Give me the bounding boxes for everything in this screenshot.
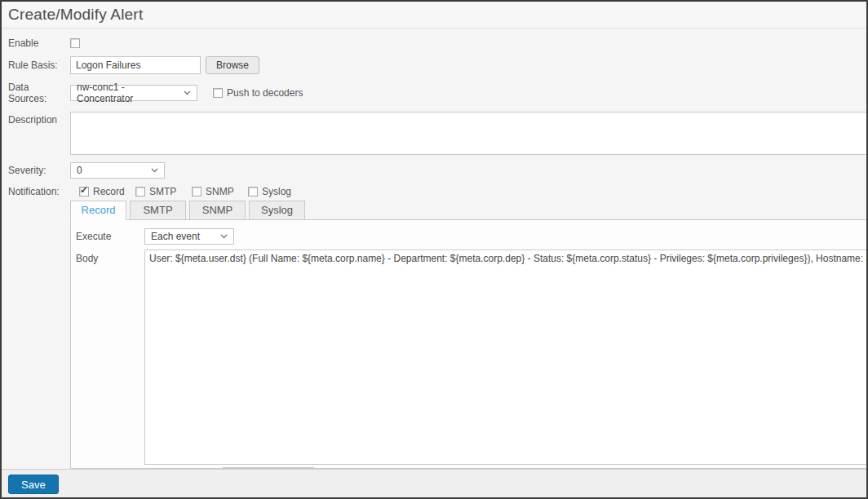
rule-basis-input[interactable] — [70, 56, 201, 74]
notification-option-snmp: ✓ SNMP — [183, 186, 239, 197]
execute-value: Each event — [151, 231, 200, 242]
execute-select[interactable]: Each event — [144, 228, 234, 245]
severity-label: Severity: — [8, 165, 70, 176]
enable-row: Enable ✓ — [8, 38, 866, 49]
notification-tabs: Record SMTP SNMP Syslog — [70, 201, 866, 219]
body-textarea[interactable]: User: ${meta.user.dst} (Full Name: ${met… — [144, 250, 866, 465]
smtp-checkbox-label: SMTP — [149, 186, 176, 197]
push-to-decoders-label: Push to decoders — [227, 87, 303, 99]
record-tab-panel: Execute Each event Body User: ${meta.use… — [70, 219, 866, 469]
enable-checkbox[interactable]: ✓ — [70, 38, 80, 48]
severity-select[interactable]: 0 — [70, 162, 165, 179]
data-sources-label: Data Sources: — [8, 82, 70, 104]
tab-snmp[interactable]: SNMP — [189, 201, 246, 220]
record-checkbox-label: Record — [93, 186, 125, 197]
tab-record[interactable]: Record — [70, 201, 126, 220]
chevron-down-icon — [220, 234, 228, 239]
severity-row: Severity: 0 — [8, 162, 866, 179]
notification-label: Notification: — [8, 186, 70, 197]
description-label: Description — [8, 112, 70, 126]
enable-label: Enable — [8, 38, 70, 49]
snmp-checkbox[interactable]: ✓ — [192, 187, 202, 197]
push-to-decoders-checkbox[interactable]: ✓ — [213, 88, 223, 98]
save-button[interactable]: Save — [8, 475, 59, 494]
notification-options: ✓ Record ✓ SMTP ✓ SNMP — [70, 186, 295, 197]
notification-option-record: ✓ Record — [70, 186, 126, 197]
description-row: Description — [8, 112, 866, 155]
severity-value: 0 — [77, 165, 82, 176]
rule-basis-row: Rule Basis: Browse — [8, 56, 866, 74]
footer: Save — [2, 469, 866, 497]
rule-basis-label: Rule Basis: — [8, 60, 70, 71]
data-sources-row: Data Sources: nw-conc1 - Concentrator ✓ … — [8, 82, 866, 104]
body-label: Body — [76, 250, 144, 264]
smtp-checkbox[interactable]: ✓ — [135, 187, 145, 197]
chevron-down-icon — [151, 168, 158, 173]
tab-smtp[interactable]: SMTP — [130, 201, 186, 220]
alert-form: Enable ✓ Rule Basis: Browse Data Sources… — [2, 29, 866, 469]
notification-option-syslog: ✓ Syslog — [239, 186, 295, 197]
notification-option-smtp: ✓ SMTP — [126, 186, 183, 197]
header: Create/Modify Alert — [2, 2, 866, 29]
syslog-checkbox-label: Syslog — [262, 186, 291, 197]
body-template-select[interactable] — [223, 467, 314, 469]
browse-button[interactable]: Browse — [206, 56, 259, 74]
data-sources-select[interactable]: nw-conc1 - Concentrator — [70, 85, 197, 101]
tab-syslog[interactable]: Syslog — [249, 201, 305, 220]
notification-row: Notification: ✓ Record ✓ SMTP ✓ — [8, 186, 866, 197]
execute-label: Execute — [76, 231, 144, 242]
syslog-checkbox[interactable]: ✓ — [248, 187, 258, 197]
snmp-checkbox-label: SNMP — [206, 186, 234, 197]
body-template-row: Body Template — [148, 467, 866, 469]
create-modify-alert-window: Create/Modify Alert Enable ✓ Rule Basis:… — [0, 0, 868, 499]
chevron-down-icon — [184, 91, 191, 95]
check-icon: ✓ — [80, 184, 88, 196]
body-row: Body User: ${meta.user.dst} (Full Name: … — [76, 250, 866, 465]
record-checkbox[interactable]: ✓ — [79, 187, 89, 197]
execute-row: Execute Each event — [76, 228, 866, 245]
page-title: Create/Modify Alert — [8, 6, 858, 24]
data-sources-value: nw-conc1 - Concentrator — [77, 82, 179, 104]
description-textarea[interactable] — [70, 112, 866, 155]
